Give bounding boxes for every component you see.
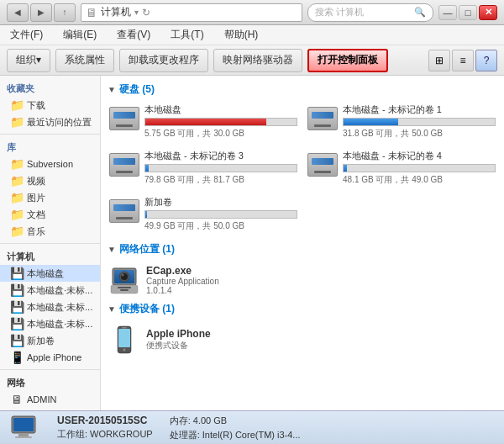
computer-header[interactable]: 计算机 <box>0 247 100 265</box>
status-system-info: 内存: 4.00 GB 处理器: Intel(R) Core(TM) i3-4.… <box>170 415 301 441</box>
search-bar[interactable]: 搜索 计算机 🔍 <box>307 3 433 22</box>
up-button[interactable]: ↑ <box>54 3 76 22</box>
svg-rect-12 <box>122 327 127 329</box>
library-section: 库 📁 Subversion 📁 视频 📁 图片 📁 文档 📁 音乐 <box>0 138 100 240</box>
help-button[interactable]: ? <box>475 50 497 71</box>
disk-icon-3 <box>307 150 338 180</box>
pictures-icon: 📁 <box>10 191 24 204</box>
network-item-info-0: ECap.exe Capture Application 1.0.1.4 <box>146 265 219 295</box>
video-icon: 📁 <box>10 174 24 188</box>
system-properties-button[interactable]: 系统属性 <box>55 49 114 72</box>
admin-icon: 🖥 <box>10 393 24 406</box>
disk-name-2: 本地磁盘 - 未标记的卷 3 <box>144 150 297 162</box>
status-workgroup: 工作组: WORKGROUP <box>57 428 153 441</box>
disk-item-0[interactable]: 本地磁盘 5.75 GB 可用，共 30.0 GB <box>108 102 299 141</box>
documents-icon: 📁 <box>10 208 24 221</box>
disk-name-1: 本地磁盘 - 未标记的卷 1 <box>343 103 496 116</box>
disk2-icon: 💾 <box>10 283 24 297</box>
portable-item-desc-0: 便携式设备 <box>146 340 211 352</box>
network-header[interactable]: 网络 <box>0 373 100 391</box>
sidebar-item-pictures[interactable]: 📁 图片 <box>0 189 100 206</box>
apple-pc-icon: 🖥 <box>10 410 24 410</box>
sidebar-item-local-disk[interactable]: 💾 本地磁盘 <box>0 265 100 282</box>
disk-name-4: 新加卷 <box>144 196 297 209</box>
computer-section: 计算机 💾 本地磁盘 💾 本地磁盘·未标... 💾 本地磁盘·未标... 💾 本… <box>0 247 100 366</box>
refresh-icon[interactable]: ↻ <box>142 7 150 18</box>
disk-bar-2 <box>145 165 149 172</box>
sidebar-divider-1 <box>0 134 100 135</box>
disk-item-2[interactable]: 本地磁盘 - 未标记的卷 3 79.8 GB 可用，共 81.7 GB <box>108 148 299 188</box>
address-text: 计算机 <box>101 5 131 19</box>
sidebar-label-disk2: 本地磁盘·未标... <box>27 284 92 297</box>
sidebar-item-disk4[interactable]: 💾 本地磁盘·未标... <box>0 315 100 332</box>
downloads-icon: 📁 <box>10 98 24 112</box>
sidebar-item-downloads[interactable]: 📁 下载 <box>0 97 100 114</box>
window-controls: — □ ✕ <box>438 5 497 20</box>
disk3-icon: 💾 <box>10 300 24 314</box>
uninstall-button[interactable]: 卸载或更改程序 <box>119 49 208 72</box>
svg-rect-14 <box>13 418 34 431</box>
svg-rect-10 <box>118 329 130 347</box>
sidebar-item-admin[interactable]: 🖥 ADMIN <box>0 391 100 408</box>
title-bar: ◀ ▶ ↑ 🖥 计算机 ▾ ↻ 搜索 计算机 🔍 — □ ✕ <box>0 0 504 25</box>
portable-item-0[interactable]: Apple iPhone 便携式设备 <box>108 321 497 358</box>
disk-size-4: 49.9 GB 可用，共 50.0 GB <box>144 220 297 232</box>
sidebar-item-iphone[interactable]: 📱 Apple iPhone <box>0 349 100 366</box>
status-computer-icon <box>10 413 40 443</box>
portable-item-name-0: Apple iPhone <box>146 328 211 340</box>
view-tiles-button[interactable]: ⊞ <box>428 50 450 71</box>
disk-item-1[interactable]: 本地磁盘 - 未标记的卷 1 31.8 GB 可用，共 50.0 GB <box>306 102 497 141</box>
network-item-ver-0: 1.0.1.4 <box>146 286 219 295</box>
svg-rect-8 <box>120 289 129 291</box>
sidebar-label-newvol: 新加卷 <box>27 335 55 347</box>
sidebar-label-recent: 最近访问的位置 <box>27 116 92 129</box>
sidebar-item-subversion[interactable]: 📁 Subversion <box>0 156 100 172</box>
sidebar-item-disk2[interactable]: 💾 本地磁盘·未标... <box>0 282 100 299</box>
sidebar-divider-3 <box>0 369 100 370</box>
close-button[interactable]: ✕ <box>479 5 497 20</box>
favorites-header[interactable]: 收藏夹 <box>0 79 100 97</box>
recent-icon: 📁 <box>10 115 24 129</box>
back-button[interactable]: ◀ <box>7 3 29 22</box>
sidebar-item-disk3[interactable]: 💾 本地磁盘·未标... <box>0 299 100 315</box>
forward-button[interactable]: ▶ <box>30 3 52 22</box>
minimize-button[interactable]: — <box>438 5 457 20</box>
view-details-button[interactable]: ≡ <box>452 50 474 71</box>
map-drive-button[interactable]: 映射网络驱动器 <box>213 49 302 72</box>
network-item-0[interactable]: ECap.exe Capture Application 1.0.1.4 <box>108 262 497 299</box>
menu-edit[interactable]: 编辑(E) <box>60 26 100 44</box>
sidebar-item-newvol[interactable]: 💾 新加卷 <box>0 332 100 349</box>
organize-button[interactable]: 组织▾ <box>7 49 50 72</box>
disk-item-3[interactable]: 本地磁盘 - 未标记的卷 4 48.1 GB 可用，共 49.0 GB <box>306 148 497 188</box>
menu-file[interactable]: 文件(F) <box>7 26 46 44</box>
disk-bar-container-3 <box>343 164 496 172</box>
maximize-button[interactable]: □ <box>459 5 477 20</box>
menu-tools[interactable]: 工具(T) <box>167 26 207 44</box>
address-bar[interactable]: 🖥 计算机 ▾ ↻ <box>81 3 302 22</box>
disk-bar-0 <box>145 119 266 125</box>
local-disk-icon: 💾 <box>10 267 24 280</box>
disk-bar-container-0 <box>144 118 297 126</box>
disk-info-2: 本地磁盘 - 未标记的卷 3 79.8 GB 可用，共 81.7 GB <box>144 150 297 186</box>
sidebar-item-apple-pc[interactable]: 🖥 APPLE-PC <box>0 408 100 410</box>
library-header[interactable]: 库 <box>0 138 100 156</box>
favorites-section: 收藏夹 📁 下载 📁 最近访问的位置 <box>0 79 100 130</box>
open-control-panel-button[interactable]: 打开控制面板 <box>307 49 388 72</box>
sidebar-item-recent[interactable]: 📁 最近访问的位置 <box>0 114 100 130</box>
disk-item-4[interactable]: 新加卷 49.9 GB 可用，共 50.0 GB <box>108 194 299 234</box>
sidebar-item-video[interactable]: 📁 视频 <box>0 172 100 189</box>
portable-label: 便携设备 (1) <box>119 302 175 316</box>
status-bar: USER-20150515SC 工作组: WORKGROUP 内存: 4.00 … <box>0 410 504 444</box>
disk-bar-4 <box>145 211 147 218</box>
disk-bar-container-4 <box>144 210 297 219</box>
network-loc-header: 网络位置 (1) <box>108 242 497 256</box>
status-memory: 内存: 4.00 GB <box>170 415 301 427</box>
menu-view[interactable]: 查看(V) <box>113 26 154 44</box>
sidebar-label-documents: 文档 <box>27 209 45 221</box>
menu-help[interactable]: 帮助(H) <box>221 26 262 44</box>
sidebar-item-documents[interactable]: 📁 文档 <box>0 206 100 223</box>
sidebar-item-music[interactable]: 📁 音乐 <box>0 223 100 240</box>
sidebar-label-subversion: Subversion <box>27 159 73 169</box>
disk-bar-3 <box>344 165 347 172</box>
sidebar-label-video: 视频 <box>27 175 45 188</box>
